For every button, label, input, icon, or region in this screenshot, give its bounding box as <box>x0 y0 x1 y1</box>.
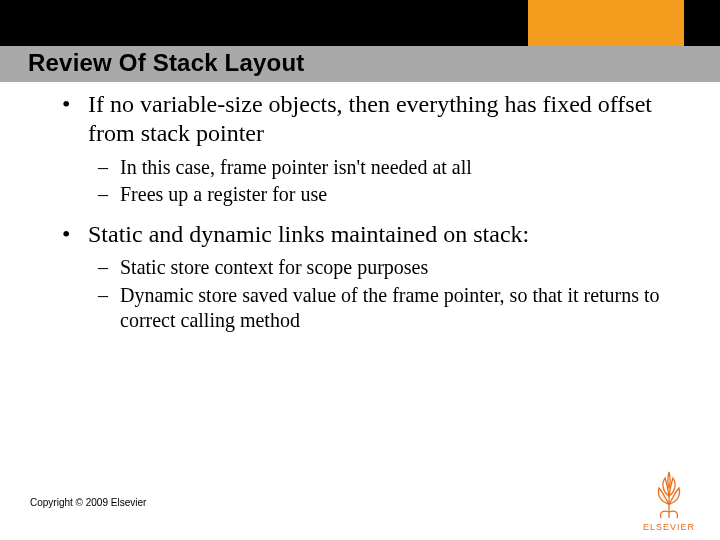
bullet-text: If no variable-size objects, then everyt… <box>88 90 678 149</box>
bullet-dot-icon: • <box>58 220 88 249</box>
bullet-level-2: – In this case, frame pointer isn't need… <box>98 155 678 181</box>
elsevier-tree-icon <box>643 468 695 520</box>
publisher-logo-text: ELSEVIER <box>636 522 702 532</box>
bullet-dash-icon: – <box>98 155 120 181</box>
bullet-dash-icon: – <box>98 182 120 208</box>
slide-title: Review Of Stack Layout <box>28 49 305 77</box>
title-bar: Review Of Stack Layout <box>0 46 720 82</box>
bullet-dot-icon: • <box>58 90 88 119</box>
bullet-text: Dynamic store saved value of the frame p… <box>120 283 678 334</box>
bullet-dash-icon: – <box>98 283 120 309</box>
bullet-dash-icon: – <box>98 255 120 281</box>
bullet-level-2: – Dynamic store saved value of the frame… <box>98 283 678 334</box>
bullet-level-2: – Static store context for scope purpose… <box>98 255 678 281</box>
bullet-level-1: • If no variable-size objects, then ever… <box>58 90 678 149</box>
bullet-level-1: • Static and dynamic links maintained on… <box>58 220 678 249</box>
bullet-text: Static and dynamic links maintained on s… <box>88 220 678 249</box>
copyright-text: Copyright © 2009 Elsevier <box>30 497 146 508</box>
bullet-text: Frees up a register for use <box>120 182 678 208</box>
accent-orange-box <box>528 0 684 46</box>
bullet-sub-group: – In this case, frame pointer isn't need… <box>98 155 678 208</box>
bullet-text: In this case, frame pointer isn't needed… <box>120 155 678 181</box>
slide-body: • If no variable-size objects, then ever… <box>58 90 678 346</box>
bullet-text: Static store context for scope purposes <box>120 255 678 281</box>
publisher-logo: ELSEVIER <box>636 468 702 532</box>
bullet-sub-group: – Static store context for scope purpose… <box>98 255 678 334</box>
bullet-level-2: – Frees up a register for use <box>98 182 678 208</box>
